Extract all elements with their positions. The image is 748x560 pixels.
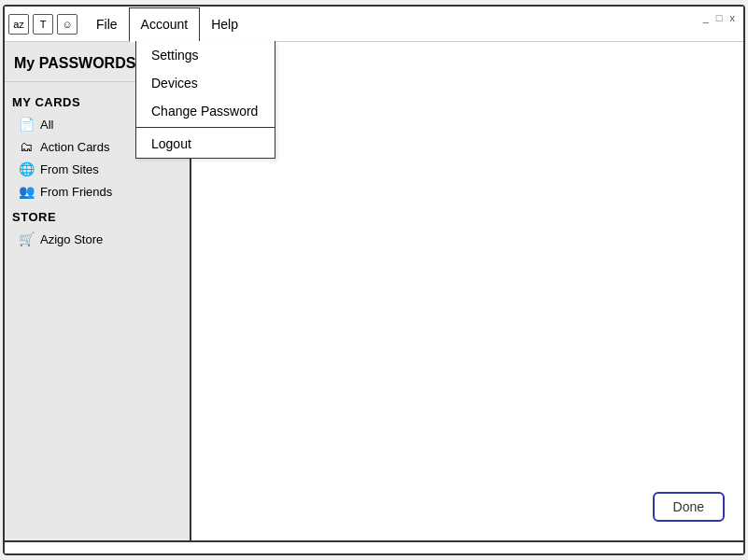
sidebar-section-store: STORE — [5, 203, 190, 228]
sidebar-item-from-friends[interactable]: 👥 From Friends — [5, 180, 190, 203]
main-content: My PASSWORDS MY CARDS 📄 All 🗂 Action Car… — [5, 42, 743, 540]
sidebar-item-from-sites[interactable]: 🌐 From Sites — [5, 158, 190, 180]
menu-devices[interactable]: Devices — [136, 69, 275, 97]
app-icons: az T ☺ — [8, 14, 78, 35]
menubar: File Account Help — [85, 7, 249, 41]
bottom-bar — [5, 540, 743, 553]
close-button[interactable]: x — [727, 12, 739, 23]
sidebar-item-from-sites-label: From Sites — [40, 162, 99, 176]
action-cards-icon: 🗂 — [18, 139, 35, 154]
app-icon-2: T — [33, 14, 53, 35]
sidebar-item-action-cards-label: Action Cards — [40, 140, 109, 154]
menu-change-password[interactable]: Change Password — [136, 97, 275, 125]
sidebar-item-azigo-store[interactable]: 🛒 Azigo Store — [5, 228, 190, 250]
app-icon-3: ☺ — [57, 14, 78, 35]
sidebar-item-azigo-store-label: Azigo Store — [40, 232, 103, 246]
all-icon: 📄 — [18, 117, 35, 132]
menu-settings[interactable]: Settings — [136, 41, 275, 69]
store-icon: 🛒 — [18, 231, 35, 246]
menu-logout[interactable]: Logout — [136, 130, 275, 158]
titlebar: az T ☺ File Account Help _ □ x Settings … — [5, 7, 743, 42]
done-button[interactable]: Done — [653, 492, 725, 522]
menu-account[interactable]: Account — [129, 7, 201, 42]
menu-file[interactable]: File — [85, 7, 129, 41]
from-sites-icon: 🌐 — [18, 161, 35, 176]
main-window: az T ☺ File Account Help _ □ x Settings … — [3, 5, 745, 555]
from-friends-icon: 👥 — [18, 184, 35, 199]
account-dropdown: Settings Devices Change Password Logout — [135, 41, 275, 159]
app-icon-1: az — [8, 14, 29, 35]
sidebar-item-all-label: All — [40, 118, 53, 132]
window-controls: _ □ x — [700, 12, 738, 23]
menu-help[interactable]: Help — [200, 7, 249, 41]
minimize-button[interactable]: _ — [700, 12, 712, 23]
maximize-button[interactable]: □ — [713, 12, 726, 23]
sidebar-item-from-friends-label: From Friends — [40, 185, 112, 199]
menu-separator — [136, 127, 275, 128]
